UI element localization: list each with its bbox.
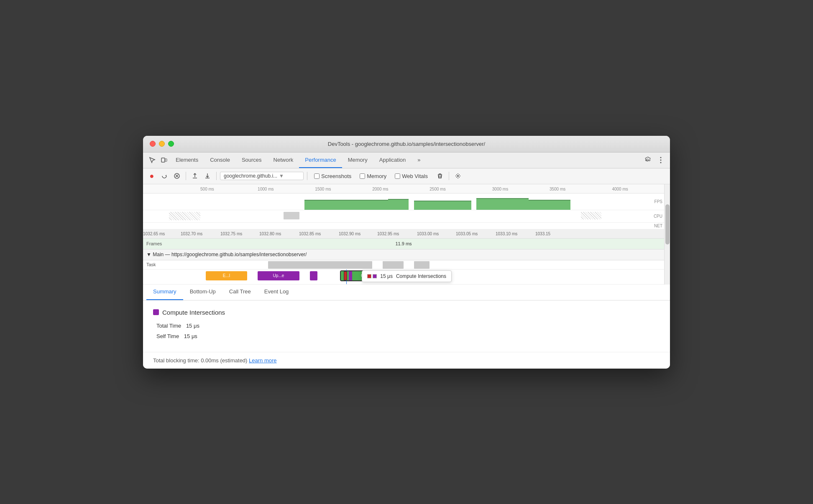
svg-point-8 [457,175,459,177]
tooltip: 15 μs Compute Intersections [362,270,452,282]
screenshots-checkbox[interactable] [314,173,320,179]
tab-summary[interactable]: Summary [146,284,183,300]
tooltip-label: Compute Intersections [396,273,446,279]
frame-duration: 11.9 ms [395,241,412,246]
task-block-el[interactable]: E...l [206,271,248,280]
svg-rect-0 [161,158,165,162]
device-toolbar-icon[interactable] [158,154,170,166]
summary-footer: Total blocking time: 0.00ms (estimated) … [143,352,670,369]
tab-elements[interactable]: Elements [170,152,204,168]
frames-row: Frames 11.9 ms [143,239,664,249]
timeline-scrollbar[interactable] [664,184,670,285]
web-vitals-checkbox-group[interactable]: Web Vitals [391,173,431,179]
summary-self-time-row: Self Time 15 μs [153,333,660,339]
task-label: Task [146,262,156,267]
clear-button[interactable] [171,171,182,181]
cpu-row: CPU [143,210,664,223]
cpu-label: CPU [654,214,662,219]
tab-event-log[interactable]: Event Log [258,284,296,300]
task-block-upe[interactable]: Up...e [258,271,299,280]
ruler-1500ms: 1500 ms [315,187,331,191]
task-block-small-purple[interactable] [310,271,318,280]
devtools-tab-bar: Elements Console Sources Network Perform… [143,153,670,168]
delete-recording-button[interactable] [435,171,445,181]
intersection-marker [344,271,347,280]
ruler-2500ms: 2500 ms [430,187,445,191]
intersection-marker2 [349,271,352,280]
web-vitals-checkbox[interactable] [395,173,400,179]
summary-content: Compute Intersections Total Time 15 μs S… [143,300,670,352]
performance-toolbar: ● [143,168,670,184]
reload-button[interactable] [159,171,170,181]
screenshots-checkbox-group[interactable]: Screenshots [311,173,355,179]
capture-settings-button[interactable] [453,171,463,181]
bottom-tab-bar: Summary Bottom-Up Call Tree Event Log [143,285,670,300]
close-button[interactable] [150,141,156,147]
traffic-lights [150,141,174,147]
tab-memory[interactable]: Memory [342,152,373,168]
time-1033.10: 1033.10 ms [496,232,517,236]
tooltip-color-box [367,274,371,278]
time-1032.95: 1032.95 ms [377,232,399,236]
svg-point-4 [660,162,662,163]
window-title: DevTools - googlechrome.github.io/sample… [328,141,485,147]
summary-color-box [153,309,159,315]
tooltip-color-box2 [373,274,377,278]
maximize-button[interactable] [168,141,174,147]
learn-more-link[interactable]: Learn more [249,357,276,364]
tab-performance[interactable]: Performance [299,152,342,168]
record-button[interactable]: ● [146,171,157,181]
bottom-panel: Summary Bottom-Up Call Tree Event Log Co… [143,285,670,369]
ruler-4000ms: 4000 ms [612,187,628,191]
ruler-3000ms: 3000 ms [492,187,508,191]
summary-total-time-row: Total Time 15 μs [153,323,660,329]
upload-profile-button[interactable] [189,171,200,181]
time-1032.85: 1032.85 ms [299,232,321,236]
devtools-window: DevTools - googlechrome.github.io/sample… [143,136,670,369]
memory-checkbox[interactable] [360,173,365,179]
settings-icon[interactable] [642,154,653,166]
fps-row: FPS [143,193,664,210]
svg-point-3 [660,160,662,161]
memory-checkbox-group[interactable]: Memory [356,173,390,179]
svg-rect-1 [165,159,167,161]
tab-sources[interactable]: Sources [236,152,268,168]
tab-call-tree[interactable]: Call Tree [222,284,258,300]
inspect-element-icon[interactable] [146,154,158,166]
net-row: NET [143,223,664,229]
time-1032.65: 1032.65 ms [143,232,165,236]
tab-more[interactable]: » [412,152,426,168]
title-bar: DevTools - googlechrome.github.io/sample… [143,136,670,153]
summary-title: Compute Intersections [153,309,660,316]
time-marker-row: 1032.65 ms 1032.70 ms 1032.75 ms 1032.80… [143,229,664,239]
tab-console[interactable]: Console [204,152,236,168]
main-thread-header: ▼ Main — https://googlechrome.github.io/… [143,249,664,260]
time-1033.05: 1033.05 ms [456,232,478,236]
time-1032.75: 1032.75 ms [220,232,242,236]
fps-label: FPS [654,199,662,204]
time-1033.15: 1033.15 [535,232,550,236]
svg-point-2 [660,157,662,158]
download-profile-button[interactable] [202,171,213,181]
time-1032.80: 1032.80 ms [259,232,281,236]
timeline-container: 500 ms 1000 ms 1500 ms 2000 ms 2500 ms 3… [143,184,670,285]
tab-application[interactable]: Application [373,152,412,168]
url-field: googlechrome.github.i... ▼ [220,172,304,180]
scrollbar-thumb[interactable] [665,204,670,244]
ruler-500ms: 500 ms [200,187,214,191]
minimize-button[interactable] [159,141,165,147]
tooltip-time: 15 μs [380,273,393,279]
ruler-1000ms: 1000 ms [258,187,274,191]
main-thread-label: ▼ Main — https://googlechrome.github.io/… [146,252,307,257]
tab-bottom-up[interactable]: Bottom-Up [183,284,222,300]
ruler-3500ms: 3500 ms [550,187,565,191]
task-blocks-row: E...l Up...e Co...rs [143,270,664,285]
more-options-icon[interactable] [655,154,667,166]
timeline-ruler: 500 ms 1000 ms 1500 ms 2000 ms 2500 ms 3… [143,184,664,193]
tab-network[interactable]: Network [268,152,299,168]
time-1032.90: 1032.90 ms [339,232,360,236]
time-1032.70: 1032.70 ms [181,232,202,236]
time-1033.00: 1033.00 ms [417,232,439,236]
task-row: Task [143,260,664,270]
ruler-2000ms: 2000 ms [372,187,388,191]
